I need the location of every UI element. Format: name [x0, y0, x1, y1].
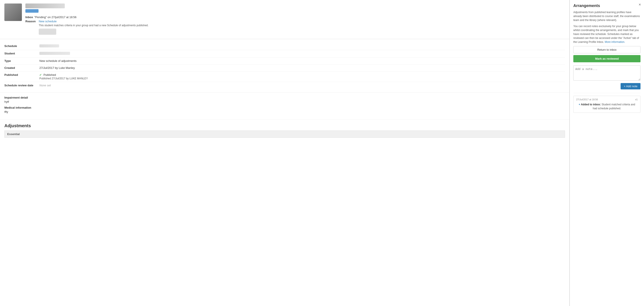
- profile-header: Inbox "Pending" on 27/jul/2017 at 18:56 …: [0, 0, 570, 39]
- schedule-label: Schedule: [4, 44, 40, 48]
- mark-reviewed-button[interactable]: Mark as reviewed: [573, 55, 640, 62]
- published-value: ✔ Published Published 27/Jul/2017 by LUK…: [40, 73, 565, 80]
- published-status: ✔ Published: [40, 73, 565, 76]
- note-version: v1: [635, 98, 638, 101]
- note-entry: 27/Jul/2017 at 18:56 v1 + Added to inbox…: [573, 96, 640, 113]
- schedule-blurred: [40, 44, 59, 47]
- reason-line: Reason New schedule: [26, 20, 565, 23]
- more-info-link[interactable]: More information.: [604, 40, 625, 43]
- impairment-section: Impairment detail hytf Medical informati…: [0, 92, 570, 120]
- published-sub: Published 27/Jul/2017 by LUKE MANLEY: [40, 77, 565, 80]
- review-date-value: None set: [40, 84, 565, 87]
- plus-icon: +: [579, 103, 581, 106]
- created-label: Created: [4, 66, 40, 69]
- student-label: Student: [4, 52, 40, 55]
- review-date-row: Schedule review date None set: [4, 82, 565, 89]
- medical-value: tfty: [4, 110, 565, 113]
- note-content: + Added to inbox: Student matched criter…: [576, 102, 638, 110]
- notes-textarea[interactable]: [573, 65, 640, 81]
- student-row: Student: [4, 50, 565, 57]
- add-note-button[interactable]: Add note: [620, 83, 640, 89]
- review-date-label: Schedule review date: [4, 84, 40, 87]
- published-label: Published: [4, 73, 40, 76]
- adjustments-section: Adjustments Essential: [0, 120, 570, 141]
- avatar-image: [4, 3, 22, 21]
- inbox-status: "Pending" on 27/jul/2017 at 18:56: [34, 15, 76, 19]
- close-button[interactable]: ×: [638, 2, 641, 6]
- adjustments-title: Adjustments: [4, 123, 565, 128]
- return-inbox-button[interactable]: Return to inbox: [573, 46, 640, 53]
- right-panel: × Arrangements Adjustments from publishe…: [570, 0, 644, 306]
- check-icon: ✔: [40, 73, 42, 76]
- impairment-value: hytf: [4, 100, 565, 103]
- reason-description: This student matches criteria in your gr…: [39, 24, 565, 27]
- note-bold: Added to inbox:: [581, 103, 601, 106]
- schedule-row: Schedule: [4, 43, 565, 50]
- type-value: New schedule of adjustments: [40, 59, 565, 62]
- inbox-line: Inbox "Pending" on 27/jul/2017 at 18:56: [26, 15, 565, 19]
- details-section: Schedule Student Type New schedule of ad…: [0, 39, 570, 92]
- profile-name: [26, 3, 65, 8]
- note-meta: 27/Jul/2017 at 18:56 v1: [576, 98, 638, 101]
- impairment-label: Impairment detail: [4, 96, 565, 99]
- blurred-action-btn: [39, 29, 56, 35]
- type-row: Type New schedule of adjustments: [4, 57, 565, 64]
- inbox-label: Inbox: [26, 15, 33, 19]
- essential-header: Essential: [4, 130, 565, 138]
- created-value: 27/Jul/2017 by Luke Manley: [40, 66, 565, 69]
- published-row: Published ✔ Published Published 27/Jul/2…: [4, 71, 565, 82]
- reason-label: Reason: [26, 20, 38, 23]
- student-value: [40, 52, 565, 55]
- medical-label: Medical information: [4, 106, 565, 109]
- student-blurred: [40, 52, 70, 55]
- profile-info: Inbox "Pending" on 27/jul/2017 at 18:56 …: [26, 3, 565, 35]
- panel-description-1: Adjustments from published learning prof…: [573, 10, 640, 22]
- panel-divider: [573, 93, 640, 93]
- main-panel: Inbox "Pending" on 27/jul/2017 at 18:56 …: [0, 0, 570, 306]
- panel-title: Arrangements: [573, 3, 640, 8]
- schedule-value: [40, 44, 565, 48]
- created-row: Created 27/Jul/2017 by Luke Manley: [4, 64, 565, 71]
- avatar: [4, 3, 22, 21]
- profile-badge: [26, 9, 38, 13]
- note-timestamp: 27/Jul/2017 at 18:56: [576, 98, 598, 101]
- reason-link[interactable]: New schedule: [39, 20, 57, 23]
- type-label: Type: [4, 59, 40, 62]
- panel-description-2: You can record notes exclusively for you…: [573, 24, 640, 44]
